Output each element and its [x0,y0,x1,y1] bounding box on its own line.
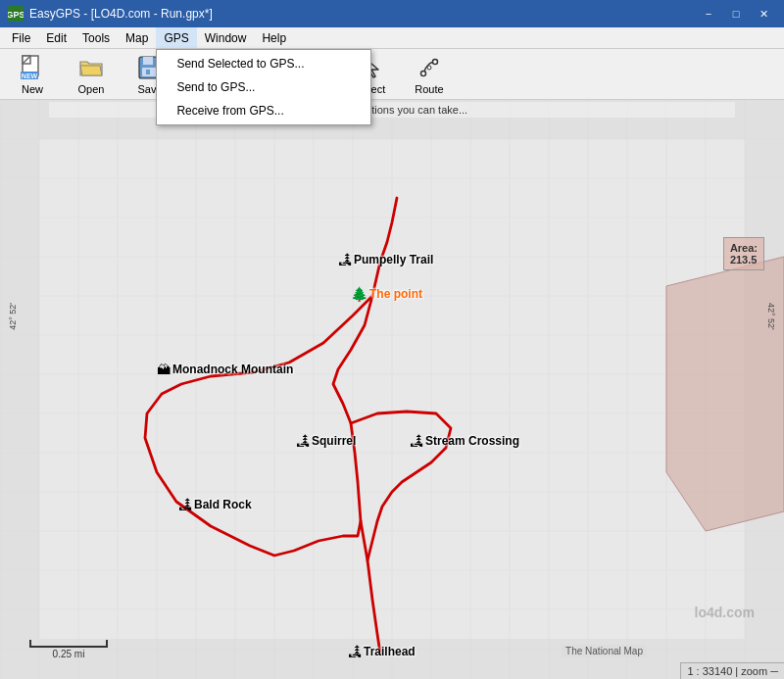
route-label: Route [415,83,443,95]
title-bar: GPS EasyGPS - [LO4D.com - Run.gpx*] − □ … [0,0,784,27]
area-label: Area: [730,242,758,254]
svg-point-15 [421,71,426,75]
map-credit: The National Map [562,645,647,657]
menu-window[interactable]: Window [197,27,255,48]
monadnock-icon: 🏔 [157,362,171,377]
stream-crossing-label: Stream Crossing [425,434,519,448]
stream-crossing-icon: 🏞 [410,433,423,449]
pumpelly-trail-label: Pumpelly Trail [354,253,433,267]
status-bar: 1 : 33140 | zoom ─ [680,662,784,679]
waypoint-stream-crossing: 🏞 Stream Crossing [410,433,519,449]
area-info-box: Area: 213.5 [723,237,764,270]
squirrel-label: Squirrel [312,434,356,448]
svg-point-16 [433,59,438,64]
monadnock-label: Monadnock Mountain [172,363,293,376]
map-banner: all of the actions you can take... [49,102,735,118]
area-value: 213.5 [730,254,758,266]
waypoint-bald-rock: 🏞 Bald Rock [178,497,252,512]
waypoint-the-point: 🌲 The point [351,286,422,302]
waypoint-monadnock-mountain: 🏔 Monadnock Mountain [157,362,293,377]
app-icon: GPS [8,6,24,22]
menu-help[interactable]: Help [254,27,294,48]
svg-text:NEW: NEW [22,73,38,79]
map-area[interactable]: all of the actions you can take... 42° 5… [0,100,784,679]
route-button[interactable]: Route [401,52,458,97]
route-icon [416,54,443,81]
window-controls: − □ ✕ [696,4,776,24]
menu-map[interactable]: Map [118,27,156,48]
bald-rock-label: Bald Rock [194,498,252,511]
open-icon [77,54,105,81]
send-selected-to-gps-item[interactable]: Send Selected to GPS... [157,52,370,75]
lat-marker-right: 42° 52' [766,303,776,330]
new-icon: NEW [19,54,46,81]
the-point-icon: 🌲 [351,286,368,302]
scale-bar: 0.25 mi [29,640,108,659]
gps-dropdown-menu: Send Selected to GPS... Send to GPS... R… [156,49,371,125]
trailhead-icon: 🏞 [348,644,362,659]
open-label: Open [78,83,105,95]
send-to-gps-item[interactable]: Send to GPS... [157,75,370,99]
menu-edit[interactable]: Edit [38,27,74,48]
waypoint-trailhead: 🏞 Trailhead [348,644,416,659]
bald-rock-icon: 🏞 [178,497,192,512]
close-button[interactable]: ✕ [751,4,776,24]
waypoint-pumpelly-trail: 🏞 Pumpelly Trail [338,252,433,267]
svg-rect-7 [143,57,153,65]
pumpelly-trail-icon: 🏞 [338,252,352,267]
squirrel-icon: 🏞 [296,433,310,449]
the-point-label: The point [369,287,422,301]
window-title: EasyGPS - [LO4D.com - Run.gpx*] [29,7,213,21]
svg-text:GPS: GPS [8,10,24,20]
svg-rect-9 [146,70,150,74]
new-label: New [22,83,43,95]
scale-label: 0.25 mi [29,649,108,659]
waypoint-squirrel: 🏞 Squirrel [296,433,356,449]
map-canvas [0,100,784,679]
menu-bar: File Edit Tools Map GPS Send Selected to… [0,27,784,49]
menu-gps[interactable]: GPS Send Selected to GPS... Send to GPS.… [156,27,196,48]
scale-line [29,640,108,648]
maximize-button[interactable]: □ [723,4,749,24]
watermark: lo4d.com [695,605,755,620]
new-button[interactable]: NEW New [4,52,61,97]
toolbar: NEW New Open Save [0,49,784,100]
menu-file[interactable]: File [4,27,38,48]
receive-from-gps-item[interactable]: Receive from GPS... [157,99,370,122]
open-button[interactable]: Open [63,52,120,97]
lat-marker-left: 42° 52' [8,303,18,330]
menu-tools[interactable]: Tools [74,27,118,48]
trailhead-label: Trailhead [364,645,416,658]
svg-point-17 [427,66,431,70]
minimize-button[interactable]: − [696,4,721,24]
